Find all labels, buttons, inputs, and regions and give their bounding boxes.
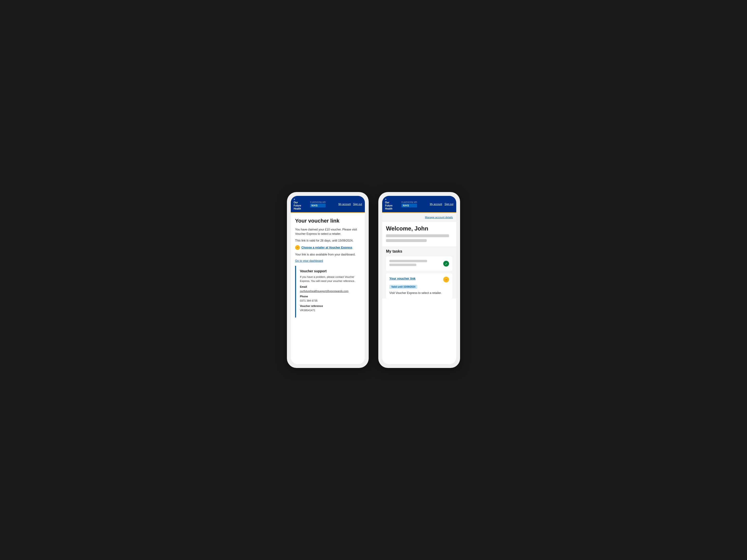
my-account-link[interactable]: My account (338, 203, 351, 206)
email-label: Email (300, 285, 357, 288)
voucher-express-link-row: → Choose a retailer at Voucher Express (295, 245, 361, 250)
logo: + Our Future Health (385, 198, 400, 210)
para3: Your link is also available from your da… (295, 252, 361, 257)
partnership: In partnership with NHS (310, 201, 326, 207)
task-content (389, 260, 443, 267)
page-title: Your voucher link (295, 218, 361, 224)
header-links: My account Sign out (430, 203, 453, 206)
partnership-text: In partnership with (402, 201, 417, 203)
partnership-text: In partnership with (310, 201, 326, 203)
phone-label: Phone (300, 295, 357, 298)
voucher-ref-value: VR38541471 (300, 309, 315, 312)
nhs-badge: NHS (402, 204, 417, 207)
tasks-title: My tasks (386, 249, 453, 254)
skeleton-bar-1 (386, 234, 449, 237)
header-links: My account Sign out (338, 203, 362, 206)
manage-account-bar: Manage account details (382, 213, 456, 221)
voucher-express-link[interactable]: Choose a retailer at Voucher Express (301, 246, 352, 249)
para1: You have claimed your £10 voucher. Pleas… (295, 228, 361, 236)
tasks-section: My tasks ✓ Your voucher link → Valid un (382, 246, 456, 298)
phone-field: Phone 0371 384 6735 (300, 295, 357, 302)
skeleton-bar-2 (386, 239, 427, 242)
my-account-link[interactable]: My account (430, 203, 442, 206)
logo-line1: Our (294, 201, 308, 204)
valid-badge: Valid until 15/09/2024 (389, 285, 417, 289)
welcome-title: Welcome, John (382, 221, 456, 234)
dashboard-link[interactable]: Go to your dashboard (295, 259, 361, 263)
email-field: Email ourfuturehealthsupport@vexrewards.… (300, 285, 357, 293)
header: + Our Future Health In partnership with … (291, 196, 365, 212)
nhs-badge: NHS (310, 204, 326, 207)
email-value[interactable]: ourfuturehealthsupport@vexrewards.com (300, 290, 349, 293)
sign-out-link[interactable]: Sign out (353, 203, 362, 206)
voucher-task-card: Your voucher link → Valid until 15/09/20… (386, 273, 453, 298)
logo-line1: Our (385, 201, 400, 204)
voucher-ref-label: Voucher reference (300, 304, 357, 308)
voucher-ref-field: Voucher reference VR38541471 (300, 304, 357, 312)
logo-line2: Future (294, 204, 308, 207)
check-icon: ✓ (443, 261, 449, 267)
support-body: If you have a problem, please contact Vo… (300, 275, 357, 283)
arrow-icon: → (295, 245, 300, 250)
manage-account-link[interactable]: Manage account details (425, 216, 453, 219)
partnership: In partnership with NHS (402, 201, 417, 207)
voucher-task-header: Your voucher link → (389, 277, 449, 283)
voucher-task-desc: Visit Voucher Express to select a retail… (389, 291, 449, 295)
logo: + Our Future Health (294, 198, 308, 210)
support-box: Voucher support If you have a problem, p… (295, 266, 361, 318)
logo-plus: + (385, 198, 400, 201)
task-skel-2 (389, 264, 416, 266)
voucher-page: Your voucher link You have claimed your … (291, 213, 365, 322)
sign-out-link[interactable]: Sign out (444, 203, 453, 206)
logo-line2: Future (385, 204, 400, 207)
completed-task-card: ✓ (386, 257, 453, 271)
phone-value: 0371 384 6735 (300, 299, 317, 302)
voucher-arrow-icon[interactable]: → (443, 277, 449, 283)
phone-voucher-link: + Our Future Health In partnership with … (287, 192, 369, 368)
para2: This link is valid for 28 days, until 15… (295, 238, 361, 243)
voucher-task-link[interactable]: Your voucher link (389, 277, 416, 280)
task-skel-1 (389, 260, 427, 262)
header: + Our Future Health In partnership with … (382, 196, 456, 212)
scene: + Our Future Health In partnership with … (273, 178, 474, 382)
support-title: Voucher support (300, 269, 357, 273)
phone-dashboard: + Our Future Health In partnership with … (378, 192, 460, 368)
logo-line3: Health (385, 207, 400, 210)
logo-plus: + (294, 198, 308, 201)
logo-line3: Health (294, 207, 308, 210)
